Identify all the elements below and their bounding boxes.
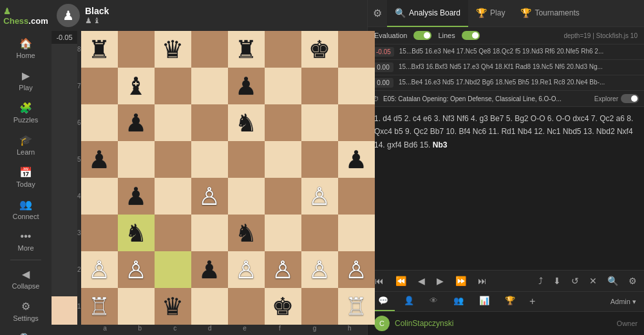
cell-h6[interactable] xyxy=(338,104,375,141)
cell-b7[interactable]: ♝ xyxy=(118,68,155,104)
cell-b2[interactable]: ♙ xyxy=(118,251,155,288)
cell-f7[interactable] xyxy=(265,68,301,104)
sidebar-item-puzzles[interactable]: 🧩 Puzzles xyxy=(0,97,52,129)
gear-icon[interactable]: ⚙ xyxy=(368,1,387,26)
cell-b4[interactable]: ♟ xyxy=(118,178,155,215)
flip-button[interactable]: ↺ xyxy=(568,274,582,287)
last-move-button[interactable]: ⏭ xyxy=(475,274,490,287)
sidebar-item-play[interactable]: ▶ Play xyxy=(0,64,52,97)
extra-button-2[interactable]: ⚙ xyxy=(625,274,640,287)
cell-g5[interactable] xyxy=(301,141,338,178)
chess-board[interactable]: ♜♛♜♚♝♟♟♞♟♟♟♙♙♞♞♙♙♟♙♙♙♙♖♛♚♖ xyxy=(81,31,375,325)
download-button[interactable]: ⬇ xyxy=(550,274,564,287)
cell-h5[interactable]: ♟ xyxy=(338,141,375,178)
tab-analysis[interactable]: 🔍 Analysis Board xyxy=(387,0,468,27)
sidebar-item-home[interactable]: 🏠 Home xyxy=(0,32,52,64)
cell-e8[interactable]: ♜ xyxy=(228,31,265,68)
next-button[interactable]: ▶ xyxy=(433,274,447,287)
cell-b3[interactable]: ♞ xyxy=(118,215,155,251)
sidebar-item-search[interactable]: 🔍 Search xyxy=(0,327,52,335)
admin-dropdown[interactable]: Admin ▾ xyxy=(607,292,640,311)
next-next-button[interactable]: ⏩ xyxy=(452,274,469,287)
cell-g3[interactable] xyxy=(301,215,338,251)
cell-e3[interactable]: ♞ xyxy=(228,215,265,251)
cell-c8[interactable]: ♛ xyxy=(155,31,191,68)
eval-toggle[interactable] xyxy=(413,31,431,40)
cell-a6[interactable] xyxy=(81,104,118,141)
lines-toggle[interactable] xyxy=(462,31,480,40)
sidebar-item-learn[interactable]: 🎓 Learn xyxy=(0,129,52,161)
add-tab-button[interactable]: + xyxy=(524,292,540,311)
analysis-line-3[interactable]: 0.00 15...Be4 16.e3 Nd5 17.Nbd2 Bg6 18.N… xyxy=(368,75,644,91)
cell-b5[interactable] xyxy=(118,141,155,178)
cell-c6[interactable] xyxy=(155,104,191,141)
cell-f3[interactable] xyxy=(265,215,301,251)
team-tab[interactable]: 👥 xyxy=(447,292,470,311)
cell-h8[interactable] xyxy=(338,31,375,68)
cell-g6[interactable] xyxy=(301,104,338,141)
cell-e5[interactable] xyxy=(228,141,265,178)
sidebar-item-collapse[interactable]: ◀ Collapse xyxy=(0,263,52,295)
analysis-line-1[interactable]: -0.05 15...Bd5 16.e3 Ne4 17.Nc5 Qe8 18.Q… xyxy=(368,44,644,60)
cell-a3[interactable] xyxy=(81,215,118,251)
cell-c7[interactable] xyxy=(155,68,191,104)
cell-e4[interactable] xyxy=(228,178,265,215)
cell-c1[interactable]: ♛ xyxy=(155,288,191,325)
cell-h1[interactable]: ♖ xyxy=(338,288,375,325)
prev-prev-button[interactable]: ⏪ xyxy=(392,274,410,287)
cell-b1[interactable] xyxy=(118,288,155,325)
cell-a1[interactable]: ♖ xyxy=(81,288,118,325)
extra-button-1[interactable]: 🔍 xyxy=(604,274,621,287)
cell-f5[interactable] xyxy=(265,141,301,178)
share-button[interactable]: ⤴ xyxy=(535,274,546,287)
cell-d2[interactable]: ♟ xyxy=(191,251,228,288)
cell-h3[interactable] xyxy=(338,215,375,251)
cell-g1[interactable] xyxy=(301,288,338,325)
sidebar-item-connect[interactable]: 👥 Connect xyxy=(0,193,52,225)
cell-d5[interactable] xyxy=(191,141,228,178)
chat-tab[interactable]: 💬 xyxy=(372,292,395,311)
cell-d6[interactable] xyxy=(191,104,228,141)
cell-d4[interactable]: ♙ xyxy=(191,178,228,215)
cell-f4[interactable] xyxy=(265,178,301,215)
cell-e6[interactable]: ♞ xyxy=(228,104,265,141)
close-button[interactable]: ✕ xyxy=(586,274,600,287)
cell-e1[interactable] xyxy=(228,288,265,325)
cell-b6[interactable]: ♟ xyxy=(118,104,155,141)
explorer-toggle-switch[interactable] xyxy=(621,94,639,103)
cell-c3[interactable] xyxy=(155,215,191,251)
sidebar-item-settings[interactable]: ⚙ Settings xyxy=(0,295,52,327)
cell-g8[interactable]: ♚ xyxy=(301,31,338,68)
cell-a4[interactable] xyxy=(81,178,118,215)
cell-d3[interactable] xyxy=(191,215,228,251)
cell-e7[interactable]: ♟ xyxy=(228,68,265,104)
members-tab[interactable]: 🏆 xyxy=(498,292,522,311)
tab-play[interactable]: 🏆 Play xyxy=(468,0,513,27)
chart-tab[interactable]: 📊 xyxy=(473,292,496,311)
cell-d7[interactable] xyxy=(191,68,228,104)
cell-d8[interactable] xyxy=(191,31,228,68)
cell-g2[interactable]: ♙ xyxy=(301,251,338,288)
cell-a2[interactable]: ♙ xyxy=(81,251,118,288)
spectators-tab[interactable]: 👁 xyxy=(423,292,444,311)
cell-c4[interactable] xyxy=(155,178,191,215)
cell-f1[interactable]: ♚ xyxy=(265,288,301,325)
cell-e2[interactable]: ♙ xyxy=(228,251,265,288)
prev-button[interactable]: ◀ xyxy=(415,274,428,287)
member-name[interactable]: ColinStapczynski xyxy=(395,319,453,328)
cell-f2[interactable]: ♙ xyxy=(265,251,301,288)
cell-c5[interactable] xyxy=(155,141,191,178)
cell-b8[interactable] xyxy=(118,31,155,68)
cell-a7[interactable] xyxy=(81,68,118,104)
sidebar-item-more[interactable]: ••• More xyxy=(0,225,52,257)
sidebar-item-today[interactable]: 📅 Today xyxy=(0,161,52,193)
cell-h2[interactable]: ♙ xyxy=(338,251,375,288)
cell-a8[interactable]: ♜ xyxy=(81,31,118,68)
cell-f8[interactable] xyxy=(265,31,301,68)
cell-h7[interactable] xyxy=(338,68,375,104)
cell-c2[interactable] xyxy=(155,251,191,288)
users-tab[interactable]: 👤 xyxy=(397,292,421,311)
cell-d1[interactable] xyxy=(191,288,228,325)
tab-tournaments[interactable]: 🏆 Tournaments xyxy=(513,0,587,27)
cell-g4[interactable]: ♙ xyxy=(301,178,338,215)
